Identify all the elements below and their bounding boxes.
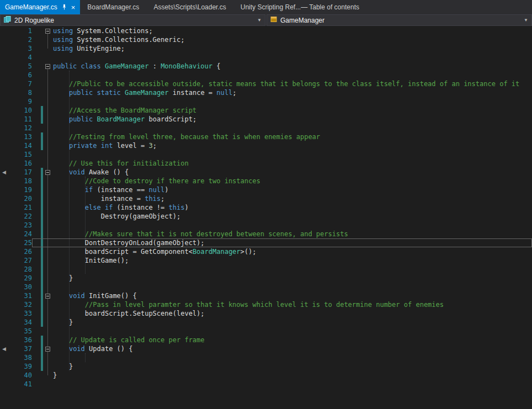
code-line[interactable]: 2using System.Collections.Generic; [0, 35, 532, 44]
code-line[interactable]: 38 [0, 353, 532, 362]
code-line[interactable]: 33 boardScript.SetupScene(level); [0, 309, 532, 318]
code-line[interactable]: 25 DontDestroyOnLoad(gameObject); [0, 238, 532, 247]
line-number[interactable]: 21 [13, 203, 32, 212]
breakpoint-margin[interactable] [0, 44, 13, 53]
code-line[interactable]: 22 Destroy(gameObject); [0, 212, 532, 221]
line-number[interactable]: 11 [13, 115, 32, 124]
code-line[interactable]: 19 if (instance == null) [0, 185, 532, 194]
tab-unity-docs[interactable]: Unity Scripting Ref...— Table of content… [233, 0, 366, 14]
breakpoint-margin[interactable] [0, 177, 13, 185]
breakpoint-margin[interactable] [0, 150, 13, 159]
breakpoint-margin[interactable] [0, 79, 13, 88]
code-line[interactable]: 15 [0, 150, 532, 159]
code-line[interactable]: 12 [0, 124, 532, 132]
line-number[interactable]: 10 [13, 106, 32, 115]
code-line[interactable]: 7 //Public to be accessible outside, sta… [0, 79, 532, 88]
code-line[interactable]: 4 [0, 53, 532, 62]
code-line[interactable]: 8 public static GameManager instance = n… [0, 88, 532, 97]
line-number[interactable]: 3 [13, 44, 32, 53]
code-line[interactable]: 32 //Pass in level paramter so that it k… [0, 300, 532, 309]
collapse-toggle-icon[interactable] [45, 170, 50, 175]
breakpoint-margin[interactable] [0, 380, 13, 389]
collapse-toggle-icon[interactable] [45, 294, 50, 299]
breakpoint-margin[interactable] [0, 291, 13, 300]
code-line[interactable]: ◀37 void Update () { [0, 344, 532, 353]
code-line[interactable]: 11 public BoardManager boardScript; [0, 115, 532, 124]
line-number[interactable]: 20 [13, 194, 32, 203]
code-line[interactable]: 28 [0, 265, 532, 274]
breakpoint-margin[interactable] [0, 336, 13, 344]
code-line[interactable]: 13 //Testing from level three, because t… [0, 132, 532, 141]
code-line[interactable]: 39 } [0, 362, 532, 371]
line-number[interactable]: 13 [13, 132, 32, 141]
breakpoint-margin[interactable] [0, 124, 13, 132]
tab-gamemanager[interactable]: GameManager.cs × [0, 0, 80, 14]
breakpoint-margin[interactable] [0, 141, 13, 150]
line-number[interactable]: 36 [13, 336, 32, 344]
close-icon[interactable]: × [71, 4, 76, 11]
code-line[interactable]: 23 [0, 221, 532, 230]
line-number[interactable]: 31 [13, 291, 32, 300]
line-number[interactable]: 34 [13, 318, 32, 327]
breakpoint-margin[interactable] [0, 318, 13, 327]
line-number[interactable]: 35 [13, 327, 32, 336]
breakpoint-margin[interactable] [0, 159, 13, 168]
code-line[interactable]: 40} [0, 371, 532, 380]
code-editor[interactable]: 1using System.Collections;2using System.… [0, 26, 532, 409]
breakpoint-margin[interactable] [0, 362, 13, 371]
code-line[interactable]: 20 instance = this; [0, 194, 532, 203]
breakpoint-margin[interactable] [0, 247, 13, 256]
breakpoint-margin[interactable] [0, 26, 13, 35]
code-line[interactable]: 27 InitGame(); [0, 256, 532, 265]
breakpoint-margin[interactable] [0, 238, 13, 247]
line-number[interactable]: 28 [13, 265, 32, 274]
line-number[interactable]: 18 [13, 177, 32, 185]
breakpoint-margin[interactable] [0, 71, 13, 79]
line-number[interactable]: 22 [13, 212, 32, 221]
breakpoint-margin[interactable] [0, 62, 13, 71]
code-line[interactable]: 1using System.Collections; [0, 26, 532, 35]
line-number[interactable]: 5 [13, 62, 32, 71]
member-dropdown[interactable]: GameManager ▼ [267, 14, 532, 26]
code-line[interactable]: 21 else if (instance != this) [0, 203, 532, 212]
line-number[interactable]: 2 [13, 35, 32, 44]
breakpoint-margin[interactable] [0, 115, 13, 124]
line-number[interactable]: 8 [13, 88, 32, 97]
breakpoint-margin[interactable] [0, 203, 13, 212]
breakpoint-margin[interactable] [0, 371, 13, 380]
code-line[interactable]: 30 [0, 283, 532, 291]
line-number[interactable]: 26 [13, 247, 32, 256]
tab-boardmanager[interactable]: BoardManager.cs [80, 0, 146, 14]
line-number[interactable]: 23 [13, 221, 32, 230]
line-number[interactable]: 12 [13, 124, 32, 132]
collapse-toggle-icon[interactable] [45, 347, 50, 352]
code-line[interactable]: 34 } [0, 318, 532, 327]
code-line[interactable]: 14 private int level = 3; [0, 141, 532, 150]
line-number[interactable]: 27 [13, 256, 32, 265]
code-line[interactable]: 5public class GameManager : MonoBehaviou… [0, 62, 532, 71]
breakpoint-margin[interactable] [0, 97, 13, 106]
line-number[interactable]: 41 [13, 380, 32, 389]
line-number[interactable]: 14 [13, 141, 32, 150]
code-line[interactable]: 29 } [0, 274, 532, 283]
line-number[interactable]: 16 [13, 159, 32, 168]
line-number[interactable]: 24 [13, 230, 32, 238]
breakpoint-margin[interactable] [0, 353, 13, 362]
code-line[interactable]: ◀17 void Awake () { [0, 168, 532, 177]
breakpoint-margin[interactable] [0, 212, 13, 221]
line-number[interactable]: 32 [13, 300, 32, 309]
code-line[interactable]: 18 //Code to destroy if there are two in… [0, 177, 532, 185]
breakpoint-margin[interactable] [0, 327, 13, 336]
line-number[interactable]: 30 [13, 283, 32, 291]
breakpoint-margin[interactable] [0, 132, 13, 141]
breakpoint-margin[interactable] [0, 309, 13, 318]
line-number[interactable]: 4 [13, 53, 32, 62]
line-number[interactable]: 6 [13, 71, 32, 79]
breakpoint-margin[interactable] [0, 88, 13, 97]
breakpoint-margin[interactable] [0, 300, 13, 309]
project-dropdown[interactable]: 2D Roguelike ▼ [0, 14, 265, 26]
breakpoint-margin[interactable] [0, 230, 13, 238]
code-line[interactable]: 35 [0, 327, 532, 336]
pin-icon[interactable] [62, 4, 67, 10]
breakpoint-margin[interactable] [0, 274, 13, 283]
